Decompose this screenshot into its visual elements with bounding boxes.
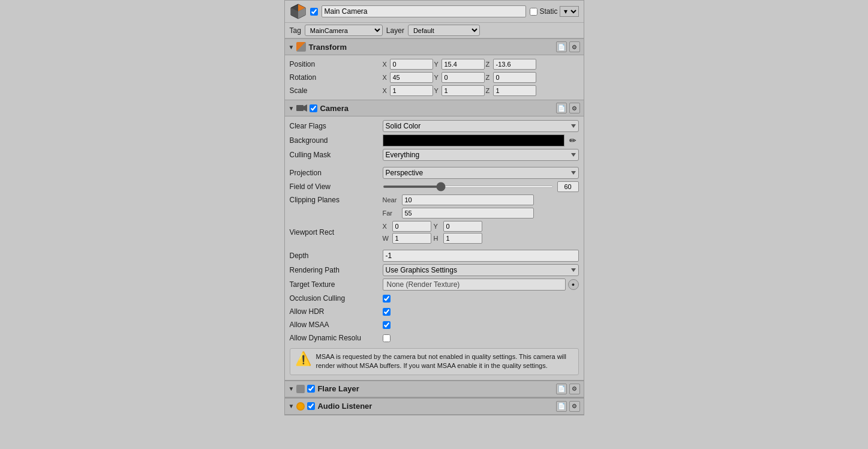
scale-y-input[interactable]	[441, 85, 485, 96]
camera-enabled-checkbox[interactable]	[310, 104, 317, 112]
rotation-x-input[interactable]	[390, 72, 433, 83]
projection-value: Perspective	[383, 167, 579, 179]
viewport-wh-row: W H	[383, 233, 482, 244]
audio-listener-header: ▼ Audio Listener 📄 ⚙	[285, 398, 584, 415]
flare-layer-title: Flare Layer	[317, 384, 553, 393]
clear-flags-dropdown[interactable]: Solid Color	[383, 120, 579, 132]
projection-label: Projection	[290, 169, 383, 177]
warning-icon: ⚠️	[295, 352, 311, 366]
occlusion-culling-checkbox[interactable]	[383, 295, 391, 303]
background-value: ✏	[383, 134, 579, 146]
culling-mask-row: Culling Mask Everything	[290, 148, 579, 162]
audio-collapse-arrow[interactable]: ▼	[289, 403, 295, 409]
clear-flags-label: Clear Flags	[290, 122, 383, 130]
depth-input[interactable]	[383, 250, 579, 262]
position-z-input[interactable]	[493, 59, 536, 70]
camera-collapse-arrow[interactable]: ▼	[289, 105, 295, 112]
vp-w-input[interactable]	[392, 233, 431, 244]
audio-listener-section: ▼ Audio Listener 📄 ⚙	[285, 397, 584, 415]
scale-label: Scale	[290, 86, 383, 95]
projection-dropdown[interactable]: Perspective	[383, 167, 579, 179]
position-x-input[interactable]	[390, 59, 433, 70]
far-input[interactable]	[402, 208, 534, 218]
target-texture-value: ●	[383, 279, 579, 291]
allow-dynamic-row: Allow Dynamic Resolu	[290, 331, 579, 345]
unity-cube-icon	[290, 3, 307, 20]
transform-gear-btn[interactable]: ⚙	[569, 41, 580, 52]
camera-section-header: ▼ Camera 📄 ⚙	[285, 100, 584, 116]
camera-gear-btn[interactable]: ⚙	[569, 103, 580, 113]
position-label: Position	[290, 60, 383, 68]
allow-dynamic-checkbox[interactable]	[383, 334, 391, 342]
rotation-y-input[interactable]	[441, 72, 485, 83]
fov-label: Field of View	[290, 182, 383, 191]
flare-layer-icon	[296, 385, 305, 393]
tag-label: Tag	[290, 26, 301, 35]
fov-value	[383, 181, 579, 192]
audio-page-icon: 📄	[558, 403, 565, 409]
audio-page-btn[interactable]: 📄	[556, 401, 567, 412]
svg-marker-5	[304, 104, 307, 112]
rotation-label: Rotation	[290, 73, 383, 82]
vp-h-input[interactable]	[443, 233, 482, 244]
flare-gear-btn[interactable]: ⚙	[569, 384, 580, 394]
layer-select[interactable]: Default	[408, 25, 480, 36]
audio-gear-icon: ⚙	[572, 403, 577, 409]
rendering-path-value: Use Graphics Settings	[383, 264, 579, 276]
tag-select[interactable]: MainCamera	[305, 25, 383, 36]
vp-h-label: H	[434, 235, 441, 242]
camera-icon	[296, 104, 307, 112]
target-texture-label: Target Texture	[290, 280, 383, 289]
fov-slider-container	[383, 181, 579, 192]
audio-listener-enabled-checkbox[interactable]	[307, 402, 315, 410]
static-dropdown[interactable]: ▾	[560, 6, 579, 17]
allow-hdr-row: Allow HDR	[290, 305, 579, 318]
flare-collapse-arrow[interactable]: ▼	[289, 385, 295, 392]
depth-value	[383, 250, 579, 262]
rot-y-label: Y	[434, 74, 440, 81]
fov-input[interactable]	[557, 181, 579, 192]
eyedropper-button[interactable]: ✏	[567, 134, 579, 146]
target-texture-select-btn[interactable]: ●	[568, 279, 579, 290]
occlusion-culling-value	[383, 295, 579, 303]
rendering-path-dropdown[interactable]: Use Graphics Settings	[383, 264, 579, 276]
target-texture-input[interactable]	[383, 279, 566, 291]
flare-layer-enabled-checkbox[interactable]	[307, 385, 315, 393]
scale-y-label: Y	[434, 87, 440, 94]
object-name-input[interactable]	[322, 5, 527, 17]
fov-slider[interactable]	[383, 185, 554, 188]
clipping-far-row: Far	[290, 206, 579, 220]
flare-layer-section: ▼ Flare Layer 📄 ⚙	[285, 380, 584, 397]
active-checkbox[interactable]	[310, 8, 318, 16]
scale-x-input[interactable]	[390, 85, 433, 96]
vp-y-input[interactable]	[443, 221, 482, 232]
rendering-path-label: Rendering Path	[290, 266, 383, 274]
fov-row: Field of View	[290, 180, 579, 193]
static-checkbox[interactable]	[530, 8, 537, 16]
warning-text: MSAA is requested by the camera but not …	[316, 352, 573, 371]
camera-page-btn[interactable]: 📄	[556, 103, 567, 113]
depth-row: Depth	[290, 249, 579, 263]
scale-x-label: X	[383, 87, 389, 94]
scale-z-label: Z	[486, 87, 492, 94]
scale-z-input[interactable]	[493, 85, 536, 96]
allow-msaa-checkbox[interactable]	[383, 321, 391, 329]
tag-layer-row: Tag MainCamera Layer Default	[285, 23, 584, 38]
allow-dynamic-label: Allow Dynamic Resolu	[290, 334, 383, 342]
position-y-input[interactable]	[441, 59, 485, 70]
background-color-swatch[interactable]	[383, 134, 564, 146]
transform-page-btn[interactable]: 📄	[556, 41, 567, 52]
vp-x-input[interactable]	[392, 221, 431, 232]
rotation-z-input[interactable]	[493, 72, 536, 83]
static-area: Static ▾	[530, 6, 578, 17]
allow-hdr-checkbox[interactable]	[383, 308, 391, 316]
camera-title: Camera	[320, 104, 553, 113]
culling-mask-dropdown[interactable]: Everything	[383, 149, 579, 161]
transform-collapse-arrow[interactable]: ▼	[289, 44, 295, 50]
flare-page-btn[interactable]: 📄	[556, 384, 567, 394]
allow-msaa-value	[383, 321, 579, 329]
audio-gear-btn[interactable]: ⚙	[569, 401, 580, 412]
near-input[interactable]	[402, 194, 534, 205]
rot-z-label: Z	[486, 74, 492, 81]
transform-section-header: ▼ Transform 📄 ⚙	[285, 38, 584, 55]
